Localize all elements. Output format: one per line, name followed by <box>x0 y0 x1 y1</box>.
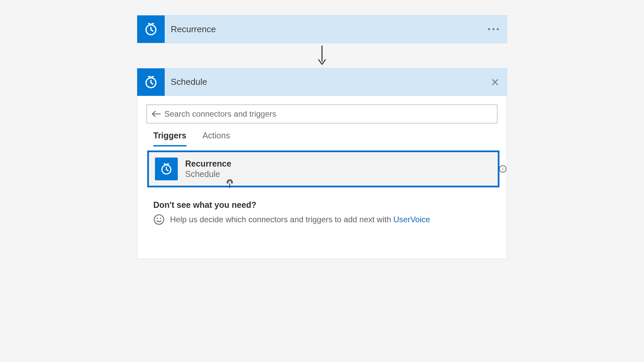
tabs-row: Triggers Actions <box>153 128 497 146</box>
more-options-icon <box>488 28 499 30</box>
schedule-action-panel: Schedule <box>137 68 507 259</box>
search-bar[interactable] <box>147 105 497 123</box>
trigger-recurrence-item[interactable]: Recurrence Schedule <box>147 150 499 187</box>
tab-triggers[interactable]: Triggers <box>153 128 186 146</box>
help-title: Don't see what you need? <box>153 200 497 210</box>
recurrence-icon <box>137 15 165 43</box>
uservoice-link[interactable]: UserVoice <box>393 215 430 224</box>
schedule-panel-title: Schedule <box>165 68 483 96</box>
tab-actions[interactable]: Actions <box>203 128 230 146</box>
svg-point-8 <box>157 218 158 219</box>
svg-point-7 <box>154 215 164 224</box>
help-text-body: Help us decide which connectors and trig… <box>170 215 393 224</box>
close-schedule-button[interactable] <box>483 68 507 96</box>
help-text: Help us decide which connectors and trig… <box>170 215 430 224</box>
close-icon <box>491 78 499 86</box>
arrow-left-icon <box>151 110 161 118</box>
search-input[interactable] <box>164 105 497 123</box>
back-arrow-button[interactable] <box>151 110 162 118</box>
smiley-icon <box>153 214 165 225</box>
flow-arrow-connector <box>317 43 327 68</box>
svg-point-9 <box>160 218 161 219</box>
schedule-icon <box>137 68 165 96</box>
trigger-item-subtitle: Schedule <box>185 169 231 179</box>
recurrence-card-title: Recurrence <box>165 15 480 43</box>
trigger-item-icon <box>155 158 178 180</box>
recurrence-card-menu-button[interactable] <box>480 15 507 43</box>
recurrence-trigger-card[interactable]: Recurrence <box>137 15 507 43</box>
trigger-info-icon[interactable]: i <box>499 165 506 173</box>
trigger-item-title: Recurrence <box>185 159 231 169</box>
